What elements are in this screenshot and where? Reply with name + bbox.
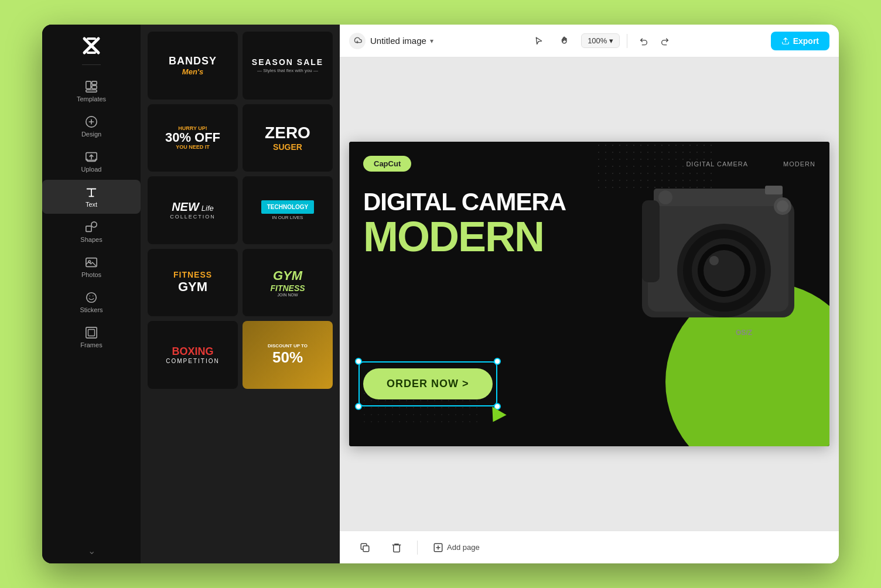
template-card-gymfit[interactable]: GYM FITNESS JOIN NOW — [243, 249, 333, 317]
template-gymfit-word3: JOIN NOW — [278, 293, 298, 297]
frames-icon — [85, 326, 98, 339]
template-boxing-word2: COMPETITION — [166, 358, 219, 364]
handle-top-left — [355, 358, 362, 365]
delete-page-button[interactable] — [385, 539, 408, 556]
template-hurry-need: YOU NEED IT — [176, 144, 210, 150]
template-card-boxing[interactable]: BOXING COMPETITION — [148, 321, 238, 389]
upload-icon — [85, 151, 98, 163]
doc-title-text: Untitled image — [370, 36, 426, 46]
template-gymfit-word2: FITNESS — [270, 283, 305, 293]
upload-label: Upload — [81, 166, 102, 173]
template-season-title: SEASON SALE — [252, 57, 323, 67]
template-grid: BANDSY Men's SEASON SALE — Styles that f… — [148, 32, 333, 389]
order-button-selected[interactable]: ORDER NOW > — [363, 368, 493, 399]
header-divider — [627, 34, 627, 48]
doc-title-chevron: ▾ — [430, 37, 433, 45]
order-now-button[interactable]: ORDER NOW > — [363, 368, 493, 399]
doc-title[interactable]: Untitled image ▾ — [370, 36, 433, 46]
sidebar: Templates Design Upload Text — [42, 25, 141, 563]
templates-icon — [85, 80, 98, 93]
sidebar-item-design[interactable]: Design — [42, 110, 141, 143]
frames-label: Frames — [80, 341, 102, 348]
select-tool-button[interactable] — [530, 32, 548, 50]
template-newlife-collection: COLLECTION — [170, 214, 216, 220]
app-logo[interactable] — [80, 34, 103, 57]
header-center: 100% ▾ — [440, 32, 764, 50]
template-card-newlife[interactable]: NEW Life COLLECTION — [148, 176, 238, 244]
template-zero-word2: SUGER — [273, 142, 302, 152]
svg-rect-4 — [86, 90, 97, 93]
save-to-cloud-button[interactable] — [349, 33, 366, 49]
canvas[interactable]: CapCut DIGITAL CAMERA MODERN DIGITAL CAM… — [349, 142, 829, 446]
sidebar-scroll-down[interactable]: ⌄ — [86, 543, 98, 559]
sidebar-item-shapes[interactable]: Shapes — [42, 215, 141, 249]
svg-rect-11 — [86, 327, 97, 338]
bottom-divider — [417, 541, 418, 555]
export-icon — [781, 37, 790, 45]
sidebar-item-frames[interactable]: Frames — [42, 320, 141, 354]
sidebar-item-templates[interactable]: Templates — [42, 74, 141, 108]
template-tech-word1: TECHNOLOGY — [261, 200, 315, 214]
template-card-tech[interactable]: TECHNOLOGY IN OUR LIVES — [243, 176, 333, 244]
handle-bottom-left — [355, 403, 362, 410]
undo-button[interactable] — [634, 32, 653, 50]
sidebar-item-photos[interactable]: Photos — [42, 250, 141, 284]
svg-rect-28 — [363, 546, 369, 552]
templates-panel: BANDSY Men's SEASON SALE — Styles that f… — [141, 25, 340, 563]
header-left: Untitled image ▾ — [349, 33, 433, 49]
delete-icon — [391, 542, 402, 553]
svg-point-7 — [91, 222, 97, 227]
hand-tool-button[interactable] — [555, 32, 574, 50]
svg-rect-6 — [86, 226, 91, 231]
template-fitness-word2: GYM — [178, 279, 207, 295]
template-card-discount[interactable]: DISCOUNT UP TO 50% — [243, 321, 333, 389]
svg-rect-26 — [642, 200, 660, 282]
design-icon — [85, 115, 98, 128]
svg-rect-21 — [654, 189, 783, 206]
template-card-fitness[interactable]: FITNESS GYM — [148, 249, 238, 317]
sidebar-item-upload[interactable]: Upload — [42, 145, 141, 179]
stickers-label: Stickers — [80, 306, 103, 313]
svg-point-20 — [709, 256, 719, 265]
svg-point-19 — [704, 250, 745, 291]
svg-point-23 — [658, 190, 672, 204]
template-discount-word2: 50% — [272, 348, 303, 367]
template-season-tagline: — Styles that flex with you — — [257, 68, 318, 73]
zoom-level: 100% — [588, 36, 607, 45]
sidebar-item-text[interactable]: Text — [42, 180, 141, 214]
template-card-season[interactable]: SEASON SALE — Styles that flex with you … — [243, 32, 333, 100]
template-card-hurry[interactable]: HURRY UP! 30% OFF YOU NEED IT — [148, 104, 238, 172]
order-button-wrapper: ORDER NOW > — [363, 368, 493, 399]
svg-rect-12 — [88, 330, 95, 336]
svg-point-25 — [777, 200, 788, 212]
export-button[interactable]: Export — [771, 32, 829, 50]
handle-top-right — [494, 358, 501, 365]
template-newlife-new: NEW — [172, 200, 199, 214]
duplicate-icon — [360, 542, 370, 553]
template-card-zero[interactable]: ZERO SUGER — [243, 104, 333, 172]
canvas-main-text: DIGITAL CAMERA MODERN — [363, 189, 566, 258]
template-boxing-word1: BOXING — [172, 346, 213, 358]
sidebar-item-stickers[interactable]: Stickers — [42, 285, 141, 319]
zoom-control[interactable]: 100% ▾ — [581, 33, 620, 48]
template-zero-word1: ZERO — [265, 124, 310, 142]
main-editor: Untitled image ▾ 100% ▾ — [340, 25, 839, 563]
editor-header: Untitled image ▾ 100% ▾ — [340, 25, 839, 57]
template-card-bandsy[interactable]: BANDSY Men's — [148, 32, 238, 100]
template-gymfit-word1: GYM — [273, 268, 302, 283]
svg-text:OS/Z: OS/Z — [736, 329, 752, 337]
text-label: Text — [86, 201, 97, 208]
add-page-button[interactable]: Add page — [427, 539, 486, 556]
templates-label: Templates — [77, 95, 106, 102]
editor-bottom-bar: Add page — [340, 531, 839, 563]
zoom-chevron-icon: ▾ — [609, 36, 613, 45]
redo-button[interactable] — [655, 32, 674, 50]
duplicate-page-button[interactable] — [354, 539, 376, 556]
svg-rect-3 — [92, 86, 97, 89]
photos-label: Photos — [81, 271, 101, 278]
text-icon — [85, 186, 98, 199]
template-fitness-word1: FITNESS — [173, 270, 212, 279]
shapes-label: Shapes — [80, 236, 102, 243]
canvas-area[interactable]: CapCut DIGITAL CAMERA MODERN DIGITAL CAM… — [340, 57, 839, 531]
template-bandsy-sub: Men's — [182, 67, 203, 76]
